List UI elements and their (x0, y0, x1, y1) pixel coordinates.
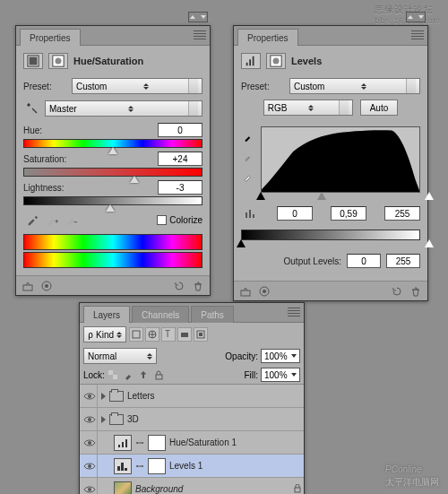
visibility-toggle-icon[interactable] (82, 455, 98, 477)
black-point-eyedropper-icon[interactable] (241, 130, 255, 144)
layer-adjustment-hue-saturation[interactable]: Hue/Saturation 1 (80, 431, 304, 455)
saturation-input[interactable] (158, 152, 202, 166)
paths-tab[interactable]: Paths (191, 306, 234, 323)
filter-shape-icon[interactable] (177, 327, 192, 342)
input-gamma-field[interactable] (331, 206, 366, 221)
preset-dropdown[interactable]: Custom (72, 78, 202, 94)
input-slider-track[interactable] (261, 192, 420, 201)
layer-background[interactable]: Background (80, 478, 304, 494)
filter-smart-icon[interactable] (194, 327, 208, 342)
properties-tab[interactable]: Properties (20, 29, 81, 46)
layer-name[interactable]: Background (135, 484, 183, 494)
layers-tab[interactable]: Layers (83, 306, 130, 323)
lock-label: Lock: (83, 370, 105, 380)
channels-tab[interactable]: Channels (132, 306, 189, 323)
hue-label: Hue: (23, 126, 68, 135)
svg-rect-1 (30, 57, 38, 65)
svg-point-28 (136, 442, 138, 444)
input-black-field[interactable] (277, 206, 313, 221)
blend-mode-dropdown[interactable]: Normal (83, 348, 157, 364)
link-icon (135, 439, 144, 446)
auto-button[interactable]: Auto (360, 100, 399, 116)
panel-menu-button[interactable] (411, 30, 424, 40)
svg-rect-34 (295, 488, 300, 492)
visibility-toggle-icon[interactable] (82, 385, 98, 407)
reset-icon[interactable] (171, 279, 187, 293)
lock-position-icon[interactable] (137, 368, 151, 382)
trash-icon[interactable] (408, 284, 424, 299)
filter-kind-dropdown[interactable]: ρKind (83, 326, 126, 342)
output-slider-track[interactable] (241, 239, 420, 248)
svg-point-24 (88, 441, 91, 445)
colorize-checkbox[interactable]: Colorize (157, 215, 202, 225)
fill-input[interactable]: 100% (261, 368, 300, 382)
adjustment-title: Levels (291, 56, 322, 66)
view-previous-icon[interactable] (39, 279, 55, 293)
clip-to-layer-icon[interactable] (237, 284, 254, 299)
white-point-eyedropper-icon[interactable] (241, 169, 255, 184)
fill-label: Fill: (244, 370, 258, 380)
opacity-input[interactable]: 100% (261, 349, 300, 363)
svg-point-12 (263, 290, 266, 293)
group-disclosure-icon[interactable] (101, 393, 106, 400)
view-previous-icon[interactable] (256, 284, 272, 299)
reset-icon[interactable] (389, 284, 405, 299)
panel-menu-button[interactable] (288, 307, 300, 317)
hue-input[interactable] (158, 123, 202, 137)
clip-to-layer-icon[interactable] (20, 279, 36, 293)
calculate-histogram-icon[interactable] (241, 204, 259, 222)
filter-adjustment-icon[interactable] (145, 327, 159, 342)
lightness-input[interactable] (158, 180, 202, 195)
lightness-slider[interactable] (23, 196, 202, 205)
adjustment-thumb (114, 435, 132, 451)
panel-collapse-button[interactable] (406, 12, 426, 22)
layer-group-3d[interactable]: 3D (80, 408, 304, 431)
link-icon (135, 463, 144, 470)
input-gamma-slider[interactable] (317, 192, 326, 200)
color-range-dropdown[interactable]: Master (45, 100, 202, 117)
lock-all-icon[interactable] (152, 368, 166, 382)
visibility-toggle-icon[interactable] (82, 478, 98, 494)
group-disclosure-icon[interactable] (101, 416, 106, 423)
output-white-slider[interactable] (425, 239, 434, 247)
input-black-slider[interactable] (256, 192, 265, 200)
input-white-field[interactable] (384, 206, 420, 221)
filter-pixel-icon[interactable] (129, 327, 143, 342)
panel-menu-button[interactable] (194, 30, 206, 40)
eyedropper-add-icon[interactable] (43, 211, 61, 229)
gray-point-eyedropper-icon[interactable] (241, 150, 255, 164)
layer-name[interactable]: Hue/Saturation 1 (169, 438, 237, 447)
folder-icon (109, 391, 124, 402)
lock-transparency-icon[interactable] (107, 368, 120, 382)
layer-adjustment-levels[interactable]: Levels 1 (80, 455, 304, 478)
input-white-slider[interactable] (425, 192, 434, 200)
layer-name[interactable]: Letters (127, 391, 155, 401)
svg-point-22 (88, 394, 91, 398)
preset-dropdown[interactable]: Custom (289, 78, 420, 94)
svg-rect-5 (23, 285, 32, 290)
eyedropper-subtract-icon[interactable] (63, 211, 81, 229)
output-black-field[interactable] (347, 254, 381, 268)
layer-name[interactable]: Levels 1 (169, 461, 202, 471)
visibility-toggle-icon[interactable] (82, 431, 98, 454)
layer-name[interactable]: 3D (127, 414, 139, 424)
output-black-slider[interactable] (237, 239, 246, 247)
layer-group-letters[interactable]: Letters (80, 385, 304, 408)
mask-thumb[interactable] (148, 435, 166, 451)
filter-type-icon[interactable]: T (161, 327, 176, 342)
properties-tab[interactable]: Properties (237, 29, 298, 46)
panel-tabbar: Layers Channels Paths (80, 303, 304, 323)
channel-dropdown[interactable]: RGB (263, 100, 353, 116)
trash-icon[interactable] (190, 279, 206, 293)
output-white-field[interactable] (386, 254, 420, 268)
lock-paint-icon[interactable] (122, 368, 135, 382)
hue-slider[interactable] (23, 139, 202, 148)
targeted-adjust-tool-icon[interactable] (23, 100, 41, 117)
svg-rect-13 (133, 331, 140, 338)
eyedropper-icon[interactable] (23, 211, 41, 229)
visibility-toggle-icon[interactable] (82, 408, 98, 430)
saturation-slider[interactable] (23, 168, 202, 177)
panel-collapse-button[interactable] (188, 12, 208, 22)
preset-label: Preset: (241, 82, 286, 91)
mask-thumb[interactable] (148, 458, 166, 474)
